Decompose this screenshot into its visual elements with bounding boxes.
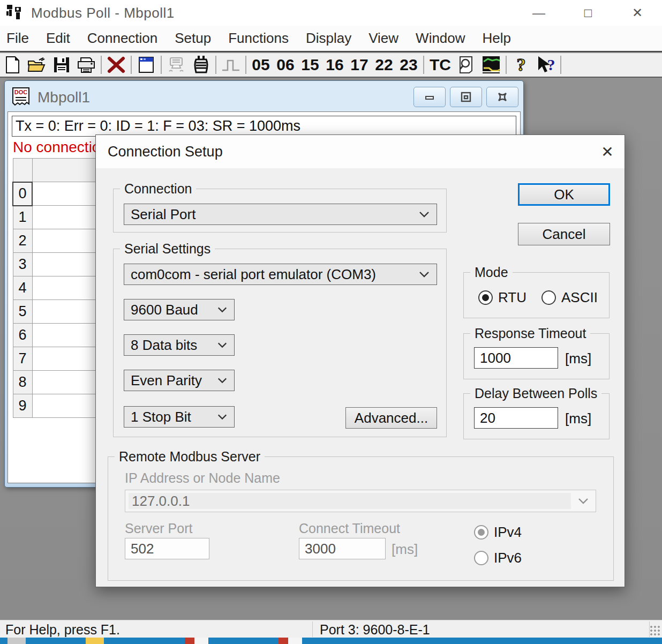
advanced-button[interactable]: Advanced... xyxy=(345,407,437,429)
menu-file[interactable]: File xyxy=(6,30,29,47)
communication-traffic-icon[interactable] xyxy=(189,54,213,76)
delay-between-polls-input[interactable]: 20 xyxy=(474,407,558,429)
fc06-button[interactable]: 06 xyxy=(273,56,298,74)
row-header[interactable]: 7 xyxy=(13,347,32,371)
stop-bits-value: 1 Stop Bit xyxy=(131,409,191,425)
row-header[interactable]: 3 xyxy=(13,253,32,276)
svg-text:?: ? xyxy=(547,56,555,73)
ascii-radio[interactable]: ASCII xyxy=(541,289,598,306)
ipv4-radio: IPv4 xyxy=(474,524,522,541)
menu-connection[interactable]: Connection xyxy=(87,30,158,47)
delay-between-polls-label: Delay Between Polls xyxy=(470,386,601,401)
toolbar-separator xyxy=(215,56,216,74)
chevron-down-icon xyxy=(217,306,228,313)
serial-port-select[interactable]: com0com - serial port emulator (COM3) xyxy=(124,264,437,285)
svg-text:DOC: DOC xyxy=(14,89,28,95)
poll-status-line: Tx = 0: Err = 0: ID = 1: F = 03: SR = 10… xyxy=(12,116,516,137)
fc15-button[interactable]: 15 xyxy=(298,56,322,74)
child-close-button[interactable] xyxy=(486,87,518,107)
taskbar-app-icon[interactable] xyxy=(7,638,26,644)
fc05-button[interactable]: 05 xyxy=(249,56,273,74)
response-timeout-unit: [ms] xyxy=(565,350,591,367)
data-bits-select[interactable]: 8 Data bits xyxy=(124,334,235,356)
toolbar-separator xyxy=(245,56,246,74)
minimize-button[interactable]: — xyxy=(514,0,563,26)
dialog-close-icon[interactable]: ✕ xyxy=(590,135,625,168)
response-timeout-label: Response Timeout xyxy=(470,326,590,341)
menu-window[interactable]: Window xyxy=(416,30,465,47)
fc16-button[interactable]: 16 xyxy=(322,56,347,74)
child-restore-button[interactable] xyxy=(450,87,482,107)
new-file-icon[interactable] xyxy=(0,54,25,76)
grid-corner-cell xyxy=(13,159,32,182)
dialog-titlebar: Connection Setup ✕ xyxy=(96,135,625,168)
open-file-icon[interactable] xyxy=(25,54,49,76)
dialog-title: Connection Setup xyxy=(108,144,223,160)
status-port-text: Port 3: 9600-8-E-1 xyxy=(320,622,430,638)
toolbar-separator xyxy=(161,56,162,74)
row-header[interactable]: 2 xyxy=(13,229,32,253)
svg-text:?: ? xyxy=(517,55,526,74)
rtu-radio[interactable]: RTU xyxy=(478,289,526,306)
test-center-button[interactable]: TC xyxy=(426,56,454,74)
fc23-button[interactable]: 23 xyxy=(396,56,421,74)
chevron-down-icon xyxy=(418,211,430,218)
parity-select[interactable]: Even Parity xyxy=(124,370,235,391)
resize-grip[interactable] xyxy=(650,625,660,636)
taskbar-app-icon[interactable] xyxy=(279,638,302,644)
chevron-down-icon xyxy=(217,342,228,349)
baud-rate-select[interactable]: 9600 Baud xyxy=(124,299,235,320)
save-icon[interactable] xyxy=(49,54,74,76)
trend-chart-icon[interactable] xyxy=(479,54,503,76)
ip-address-label: IP Address or Node Name xyxy=(125,470,280,486)
context-help-icon[interactable]: ? xyxy=(533,54,558,76)
server-port-label: Server Port xyxy=(125,521,192,536)
menu-view[interactable]: View xyxy=(368,30,398,47)
maximize-button[interactable]: □ xyxy=(563,0,613,26)
row-header[interactable]: 0 xyxy=(13,182,32,206)
stop-bits-select[interactable]: 1 Stop Bit xyxy=(124,406,235,428)
toolbar-separator xyxy=(423,56,424,74)
help-icon[interactable]: ? xyxy=(509,54,533,76)
pulse-icon[interactable] xyxy=(219,54,243,76)
row-header[interactable]: 6 xyxy=(13,324,32,347)
chevron-down-icon xyxy=(577,497,589,505)
taskbar-folder-icon[interactable] xyxy=(86,638,104,644)
menu-setup[interactable]: Setup xyxy=(175,30,211,47)
status-separator xyxy=(312,621,313,637)
remote-modbus-server-label: Remote Modbus Server xyxy=(115,449,265,465)
fc17-button[interactable]: 17 xyxy=(347,56,372,74)
menu-help[interactable]: Help xyxy=(483,30,511,47)
ipv6-radio: IPv6 xyxy=(474,550,522,566)
rtu-radio-circle[interactable] xyxy=(478,290,493,305)
ok-button[interactable]: OK xyxy=(518,183,610,206)
row-header[interactable]: 5 xyxy=(13,300,32,324)
menu-edit[interactable]: Edit xyxy=(46,30,70,47)
close-button[interactable]: ✕ xyxy=(613,0,662,26)
ascii-radio-circle[interactable] xyxy=(541,290,556,305)
toolbar-separator xyxy=(506,56,507,74)
taskbar-app-icon[interactable] xyxy=(185,638,208,644)
fc22-button[interactable]: 22 xyxy=(372,56,396,74)
print-icon[interactable] xyxy=(74,54,99,76)
zoom-icon[interactable] xyxy=(454,54,479,76)
chevron-down-icon xyxy=(217,414,228,421)
row-header[interactable]: 1 xyxy=(13,206,32,229)
main-titlebar: Modbus Poll - Mbpoll1 — □ ✕ xyxy=(0,0,662,26)
server-port-input: 502 xyxy=(125,538,209,559)
row-header[interactable]: 4 xyxy=(13,276,32,300)
new-window-icon[interactable] xyxy=(134,54,159,76)
child-window-title: Mbpoll1 xyxy=(37,89,90,106)
poll-once-icon[interactable] xyxy=(164,54,189,76)
row-header[interactable]: 8 xyxy=(13,371,32,394)
connection-type-select[interactable]: Serial Port xyxy=(124,204,437,225)
cancel-button[interactable]: Cancel xyxy=(518,223,610,245)
menu-functions[interactable]: Functions xyxy=(228,30,289,47)
disconnect-icon[interactable] xyxy=(104,54,129,76)
mdi-client-area: DOC Mbpoll1 Tx = 0: Err = 0: ID = 1: F =… xyxy=(0,78,662,620)
menu-display[interactable]: Display xyxy=(306,30,351,47)
response-timeout-input[interactable]: 1000 xyxy=(474,347,558,369)
row-header[interactable]: 9 xyxy=(13,394,32,418)
child-minimize-button[interactable] xyxy=(413,87,446,107)
rtu-radio-label: RTU xyxy=(498,289,526,306)
